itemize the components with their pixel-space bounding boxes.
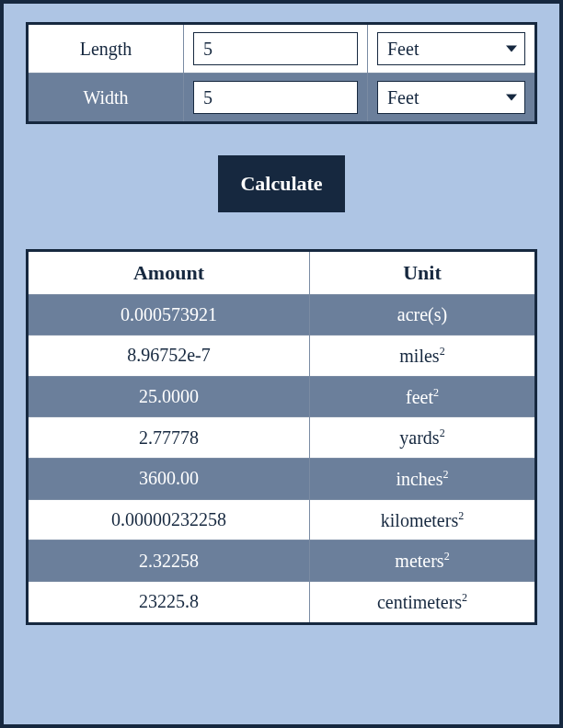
- results-row: 25.0000feet2: [28, 376, 536, 417]
- length-label: Length: [28, 24, 184, 74]
- result-unit: yards2: [309, 417, 535, 459]
- results-row: 8.96752e-7miles2: [28, 336, 536, 377]
- length-input-cell: [184, 24, 368, 74]
- input-row-width: Width Feet: [28, 74, 536, 123]
- calculator-panel: Length Feet Width Feet: [0, 0, 563, 728]
- results-table: Amount Unit 0.000573921acre(s)8.96752e-7…: [26, 249, 537, 625]
- calculate-button[interactable]: Calculate: [218, 155, 344, 212]
- length-unit-cell: Feet: [368, 24, 536, 74]
- width-unit-selected: Feet: [387, 87, 419, 108]
- results-row: 3600.00inches2: [28, 458, 536, 499]
- width-input-cell: [184, 74, 368, 123]
- result-amount: 8.96752e-7: [28, 336, 310, 377]
- results-row: 0.00000232258kilometers2: [28, 499, 536, 540]
- result-amount: 3600.00: [28, 458, 310, 499]
- length-unit-select[interactable]: Feet: [377, 32, 525, 65]
- results-header-row: Amount Unit: [28, 251, 536, 295]
- calculate-row: Calculate: [26, 155, 537, 212]
- result-amount: 2.77778: [28, 417, 310, 459]
- input-table: Length Feet Width Feet: [26, 22, 537, 124]
- results-header-amount: Amount: [28, 251, 310, 295]
- result-unit: centimeters2: [309, 581, 535, 623]
- result-amount: 0.000573921: [28, 295, 310, 336]
- results-header-unit: Unit: [309, 251, 535, 295]
- chevron-down-icon: [506, 46, 517, 52]
- chevron-down-icon: [506, 95, 517, 101]
- results-row: 0.000573921acre(s): [28, 295, 536, 336]
- results-row: 2.32258meters2: [28, 540, 536, 582]
- width-input[interactable]: [193, 81, 358, 114]
- input-row-length: Length Feet: [28, 24, 536, 74]
- width-label: Width: [28, 74, 184, 123]
- length-unit-selected: Feet: [387, 39, 419, 60]
- results-row: 2.77778yards2: [28, 417, 536, 459]
- result-amount: 0.00000232258: [28, 499, 310, 540]
- width-unit-cell: Feet: [368, 74, 536, 123]
- result-unit: kilometers2: [309, 499, 535, 540]
- result-amount: 2.32258: [28, 540, 310, 582]
- result-unit: inches2: [309, 458, 535, 499]
- length-input[interactable]: [193, 32, 358, 65]
- width-unit-select[interactable]: Feet: [377, 81, 525, 114]
- result-amount: 23225.8: [28, 581, 310, 623]
- result-unit: feet2: [309, 376, 535, 417]
- results-row: 23225.8centimeters2: [28, 581, 536, 623]
- result-amount: 25.0000: [28, 376, 310, 417]
- result-unit: acre(s): [309, 295, 535, 336]
- result-unit: meters2: [309, 540, 535, 582]
- result-unit: miles2: [309, 336, 535, 377]
